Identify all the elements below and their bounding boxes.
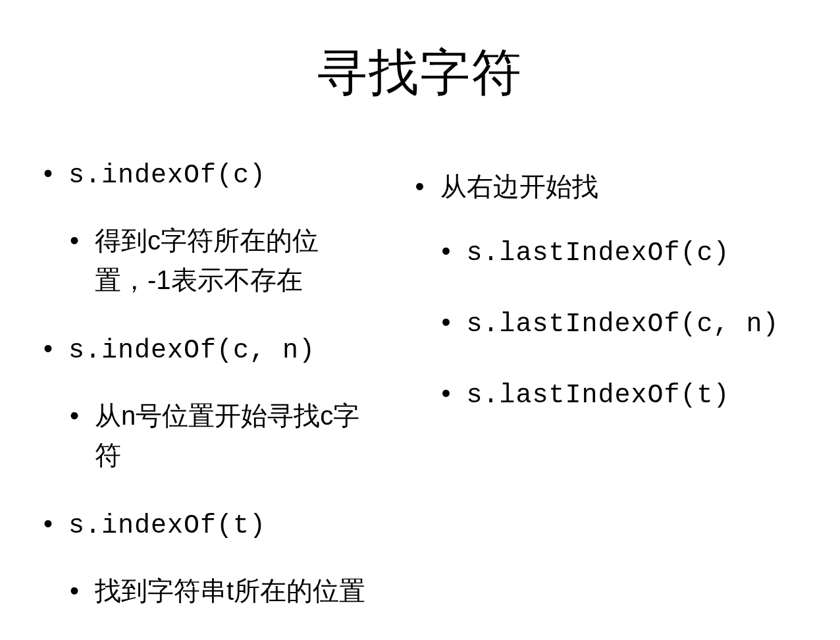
code-text: s.lastIndexOf(c) [467,238,730,268]
list-item: s.indexOf(c) [39,153,385,196]
list-item: s.indexOf(c, n) [39,329,385,371]
code-text: s.indexOf(t) [68,511,266,541]
list-item: s.indexOf(t) [39,504,385,546]
code-text: s.indexOf(c, n) [68,336,315,365]
list-item: s.lastIndexOf(c) [411,231,801,273]
right-column: 从右边开始找s.lastIndexOf(c)s.lastIndexOf(c, n… [411,153,801,639]
list-item: 从n号位置开始寻找c字符 [39,396,385,475]
left-column: s.indexOf(c)得到c字符所在的位置，-1表示不存在s.indexOf(… [39,153,385,639]
left-list: s.indexOf(c)得到c字符所在的位置，-1表示不存在s.indexOf(… [39,153,385,610]
list-item: s.lastIndexOf(c, n) [411,302,801,344]
code-text: s.indexOf(c) [68,161,266,190]
code-text: s.lastIndexOf(c, n) [467,309,779,339]
slide: 寻找字符 s.indexOf(c)得到c字符所在的位置，-1表示不存在s.ind… [0,0,840,640]
code-text: s.lastIndexOf(t) [467,381,730,410]
content-columns: s.indexOf(c)得到c字符所在的位置，-1表示不存在s.indexOf(… [39,153,801,639]
list-item: 从右边开始找 [411,167,801,206]
list-item: s.lastIndexOf(t) [411,373,801,415]
list-item: 找到字符串t所在的位置 [39,571,385,610]
slide-title: 寻找字符 [39,40,801,107]
list-item: 得到c字符所在的位置，-1表示不存在 [39,221,385,300]
right-list: 从右边开始找s.lastIndexOf(c)s.lastIndexOf(c, n… [411,167,801,415]
